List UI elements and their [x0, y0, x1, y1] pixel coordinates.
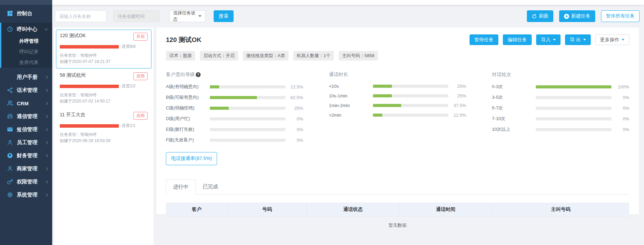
- bar-value: 0%: [611, 106, 629, 111]
- sidebar-logo-strip: [0, 0, 52, 5]
- bar-label: 3-5次: [492, 94, 536, 100]
- yen-coin-icon: ¥: [7, 152, 13, 159]
- task-progress-bar: [60, 45, 119, 49]
- info-tag: 启动方式：开启: [200, 51, 238, 61]
- dropdown-caret-icon: [583, 39, 586, 41]
- task-list-item[interactable]: 120 测试OK 开启 进度8/8 任务类型：智能外呼 创建于2020-07-0…: [56, 30, 151, 68]
- bar-track: [373, 85, 449, 88]
- sidebar-item-sms-mgmt[interactable]: 短信管理: [0, 123, 52, 136]
- sidebar-item-user-manual[interactable]: 用户手册: [0, 71, 52, 84]
- chevron-right-icon: [45, 180, 48, 183]
- sidebar-subitem-call-records[interactable]: 呼叫记录: [1, 46, 52, 57]
- task-create-time-input[interactable]: [113, 10, 160, 22]
- sidebar-item-merchant-mgmt[interactable]: 商家管理: [0, 162, 52, 175]
- task-progress-text: 进度2/2: [122, 83, 136, 89]
- connect-rate-button[interactable]: 电话接通率(87.5%): [166, 152, 217, 165]
- search-button[interactable]: 搜索: [214, 10, 234, 22]
- bar-label: <10s: [329, 84, 373, 89]
- bar-value: 25%: [448, 84, 466, 89]
- bar-row: F级(无效客户) 0%: [166, 137, 303, 143]
- bar-label: E级(拨打失败): [166, 126, 210, 132]
- clock-icon: [7, 26, 13, 32]
- user-icon: [7, 166, 13, 172]
- info-tag: 微信推送类型：A类: [243, 51, 289, 61]
- task-status-badge: 开启: [133, 33, 148, 41]
- bar-track: [210, 139, 285, 142]
- col-call-time: 通话时间: [399, 203, 492, 216]
- sidebar-item-call-center[interactable]: 呼叫中心: [1, 23, 52, 36]
- refresh-icon: [532, 14, 537, 19]
- bar-row: 0-3次 100%: [492, 84, 629, 90]
- bar-track: [536, 128, 611, 131]
- sidebar-item-permission-mgmt[interactable]: 权限管理: [0, 175, 52, 188]
- chevron-down-icon: [45, 27, 48, 31]
- bar-value: 25%: [285, 106, 303, 111]
- bar-label: 5-7次: [492, 105, 536, 111]
- sidebar-item-label: 呼叫中心: [17, 26, 37, 33]
- sidebar-item-label: 商家管理: [17, 166, 37, 172]
- tab-in-progress[interactable]: 进行中: [166, 179, 196, 195]
- plus-circle-icon: +: [564, 14, 569, 19]
- bar-label: 1min-2min: [329, 103, 373, 108]
- sidebar-subitem-outbound-mgmt[interactable]: 外呼管理: [1, 36, 52, 46]
- dashboard-grid-icon: [7, 10, 13, 17]
- tab-completed[interactable]: 已完成: [196, 179, 225, 195]
- refresh-button[interactable]: 刷新: [527, 10, 553, 22]
- info-tag: 主叫号码：5858: [339, 51, 378, 61]
- pause-all-tasks-button[interactable]: 暂停所有任务: [601, 10, 640, 22]
- select-caret-icon: [198, 15, 202, 17]
- bar-track: [373, 94, 449, 97]
- bar-value: 0%: [285, 116, 303, 121]
- task-created-at: 创建于2020-06-26 18:53:39: [60, 138, 148, 144]
- bar-track: [210, 117, 285, 120]
- sidebar-subitem-label: 坐席代表: [19, 60, 38, 66]
- sliders-icon: [7, 113, 13, 119]
- col-customer: 客户: [166, 203, 228, 216]
- bar-label: F级(无效客户): [166, 137, 210, 143]
- chevron-right-icon: [45, 128, 48, 131]
- sidebar-item-staff-mgmt[interactable]: 员工管理: [0, 136, 52, 149]
- sidebar-subitem-label: 呼叫记录: [19, 49, 38, 55]
- task-progress-bar: [60, 85, 119, 88]
- bar-row: 7-10次 0%: [492, 116, 629, 122]
- sidebar-item-system-mgmt[interactable]: 系统管理: [0, 188, 52, 201]
- task-name-input[interactable]: [55, 10, 106, 22]
- sidebar-item-label: 权限管理: [17, 179, 37, 185]
- sidebar-item-label: 员工管理: [17, 139, 37, 146]
- sidebar-item-script-mgmt[interactable]: 话术管理: [0, 84, 52, 97]
- sidebar-item-console[interactable]: 控制台: [0, 7, 52, 20]
- help-icon[interactable]: ?: [196, 72, 201, 77]
- sidebar-subitem-agent-seats[interactable]: 坐席代表: [1, 57, 52, 68]
- bar-row: <10s 25%: [329, 84, 466, 89]
- edit-task-button[interactable]: 编辑任务: [503, 34, 532, 45]
- chevron-right-icon: [45, 88, 48, 92]
- sidebar-item-finance-mgmt[interactable]: ¥ 财务管理: [0, 149, 52, 162]
- new-task-button[interactable]: + 新建任务: [559, 10, 595, 22]
- bar-label: 10次以上: [492, 126, 536, 132]
- task-created-at: 创建于2020-07-07 16:21:37: [60, 58, 148, 65]
- sidebar-item-label: CRM: [17, 100, 29, 106]
- task-list-item[interactable]: 58 测试杭州 启用 进度2/2 任务类型：智能外呼 创建于2020-07-02…: [56, 69, 151, 108]
- export-button[interactable]: 导 出: [565, 34, 591, 45]
- sidebar-group-call-center: 呼叫中心 外呼管理 呼叫记录 坐席代表: [0, 23, 52, 68]
- sidebar-item-label: 通信管理: [17, 113, 37, 120]
- chevron-right-icon: [45, 75, 48, 79]
- bar-label: C级(明确拒绝): [166, 105, 210, 111]
- pause-task-button[interactable]: 暂停任务: [470, 34, 498, 45]
- sidebar-subitem-label: 外呼管理: [19, 38, 38, 44]
- task-status-select[interactable]: 选择任务状态: [169, 10, 205, 22]
- bar-value: 100%: [611, 84, 629, 89]
- more-actions-button[interactable]: 更多操作: [595, 34, 629, 45]
- bar-track: [210, 96, 285, 99]
- user-icon: [7, 139, 13, 146]
- import-button[interactable]: 导入: [536, 34, 561, 45]
- bar-value: 12.5%: [448, 113, 466, 118]
- bar-row: 10次以上 0%: [492, 126, 629, 132]
- chevron-right-icon: [45, 193, 48, 196]
- sidebar-item-crm[interactable]: CRM: [0, 97, 52, 110]
- chevron-right-icon: [45, 141, 48, 144]
- sidebar-item-comm-mgmt[interactable]: 通信管理: [0, 110, 52, 123]
- task-list-item[interactable]: 11 开工大吉 启用 进度1/1 任务类型：智能外呼 创建于2020-06-26…: [56, 109, 151, 148]
- users-icon: [7, 100, 13, 106]
- chevron-right-icon: [45, 154, 48, 157]
